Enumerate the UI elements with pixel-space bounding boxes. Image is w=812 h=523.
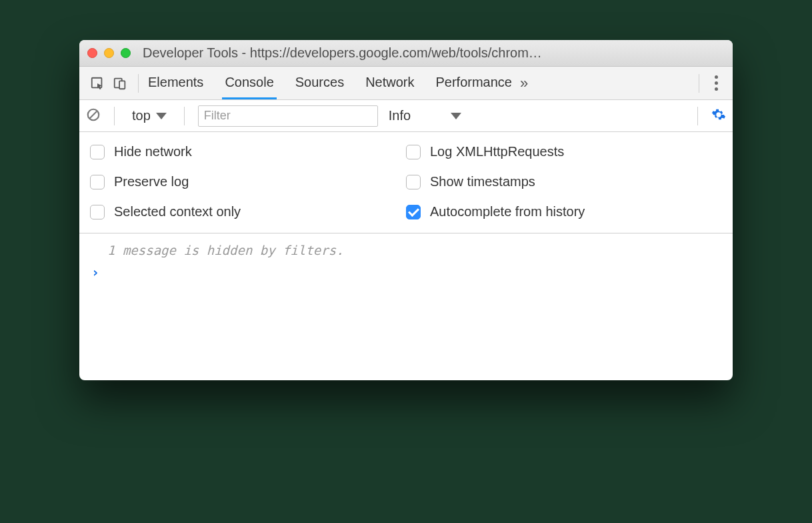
setting-show-timestamps[interactable]: Show timestamps [406,174,722,189]
setting-hide-network[interactable]: Hide network [90,144,406,159]
console-prompt[interactable]: › [91,264,721,280]
tab-elements[interactable]: Elements [145,67,206,99]
titlebar: Developer Tools - https://developers.goo… [79,40,733,67]
setting-autocomplete-history[interactable]: Autocomplete from history [406,204,722,219]
checkbox[interactable] [90,205,105,219]
separator [699,74,699,93]
svg-line-4 [90,111,97,118]
setting-preserve-log[interactable]: Preserve log [90,174,406,189]
setting-label: Show timestamps [430,174,535,189]
checkbox[interactable] [406,205,421,219]
setting-selected-context-only[interactable]: Selected context only [90,204,406,219]
setting-label: Autocomplete from history [430,204,585,219]
prompt-caret-icon: › [91,264,99,280]
separator [697,107,698,125]
more-tabs-button[interactable]: » [515,75,533,92]
tab-console[interactable]: Console [222,67,276,99]
checkbox[interactable] [90,145,105,159]
checkbox[interactable] [406,145,421,159]
tab-sources[interactable]: Sources [293,67,347,99]
inspect-element-icon[interactable] [86,72,109,95]
context-label: top [132,108,151,123]
setting-label: Selected context only [114,204,241,219]
hidden-messages-notice: 1 message is hidden by filters. [91,240,721,264]
close-window-button[interactable] [87,48,97,58]
clear-console-icon[interactable] [86,107,101,125]
console-toolbar: top Info [79,100,733,132]
setting-label: Preserve log [114,174,189,189]
setting-label: Hide network [114,144,192,159]
tab-network[interactable]: Network [363,67,417,99]
setting-log-xhr[interactable]: Log XMLHttpRequests [406,144,722,159]
devtools-tabbar: Elements Console Sources Network Perform… [79,67,733,100]
checkbox[interactable] [406,175,421,189]
panel-tabs: Elements Console Sources Network Perform… [145,67,515,99]
window-controls [87,48,131,58]
context-selector[interactable]: top [128,108,171,123]
separator [138,74,139,93]
devtools-menu-button[interactable] [706,75,726,91]
tab-performance[interactable]: Performance [433,67,515,99]
console-settings-panel: Hide network Log XMLHttpRequests Preserv… [79,132,733,233]
filter-input[interactable] [198,105,378,127]
separator [184,107,185,125]
zoom-window-button[interactable] [121,48,131,58]
chevron-down-icon [451,113,461,119]
minimize-window-button[interactable] [104,48,114,58]
toggle-device-toolbar-icon[interactable] [109,72,131,95]
log-level-label: Info [389,108,411,123]
chevron-down-icon [156,113,167,119]
console-output: 1 message is hidden by filters. › [79,233,733,380]
window-title: Developer Tools - https://developers.goo… [143,45,725,61]
separator [114,107,115,125]
setting-label: Log XMLHttpRequests [430,144,564,159]
checkbox[interactable] [90,175,105,189]
log-level-selector[interactable]: Info [385,108,465,123]
svg-rect-2 [119,81,125,89]
console-settings-icon[interactable] [711,107,726,125]
devtools-window: Developer Tools - https://developers.goo… [79,40,733,380]
